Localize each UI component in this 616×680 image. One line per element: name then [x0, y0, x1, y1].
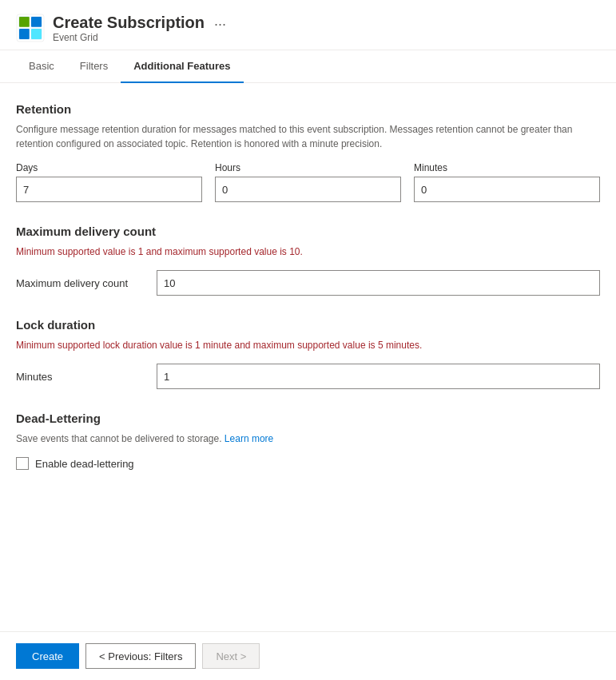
svg-rect-5 [31, 29, 42, 39]
lock-duration-section: Lock duration Minimum supported lock dur… [16, 318, 600, 389]
lock-duration-title: Lock duration [16, 318, 600, 332]
max-delivery-title: Maximum delivery count [16, 225, 600, 238]
retention-description: Configure message retention duration for… [16, 122, 591, 151]
retention-title: Retention [16, 102, 600, 116]
hours-field-group: Hours [215, 162, 401, 202]
previous-button[interactable]: < Previous: Filters [85, 643, 196, 669]
next-button: Next > [202, 643, 260, 669]
dead-lettering-description: Save events that cannot be delivered to … [16, 431, 591, 446]
minutes-field-group: Minutes [414, 162, 600, 202]
max-delivery-section: Maximum delivery count Minimum supported… [16, 225, 600, 296]
create-button[interactable]: Create [16, 643, 79, 669]
more-options-icon[interactable]: ··· [214, 16, 226, 33]
tab-additional-features[interactable]: Additional Features [121, 50, 243, 83]
days-input[interactable] [16, 177, 202, 202]
page-header: Create Subscription Event Grid ··· [0, 0, 616, 50]
max-delivery-input[interactable] [157, 270, 600, 296]
max-delivery-label: Maximum delivery count [16, 277, 144, 289]
tab-basic[interactable]: Basic [16, 50, 67, 83]
retention-section: Retention Configure message retention du… [16, 102, 600, 202]
page-subtitle: Event Grid [53, 32, 205, 43]
lock-duration-input[interactable] [157, 364, 600, 389]
tab-filters[interactable]: Filters [67, 50, 121, 83]
svg-rect-4 [19, 29, 30, 39]
tab-bar: Basic Filters Additional Features [0, 50, 616, 83]
minutes-label: Minutes [414, 162, 600, 173]
hours-input[interactable] [215, 177, 401, 202]
learn-more-link[interactable]: Learn more [225, 433, 273, 444]
main-content: Retention Configure message retention du… [0, 83, 616, 511]
enable-dead-lettering-checkbox[interactable] [16, 457, 29, 470]
dead-lettering-checkbox-row: Enable dead-lettering [16, 457, 600, 470]
hours-label: Hours [215, 162, 401, 173]
dead-lettering-title: Dead-Lettering [16, 412, 600, 425]
lock-duration-label: Minutes [16, 371, 144, 383]
max-delivery-field-row: Maximum delivery count [16, 270, 600, 296]
footer-bar: Create < Previous: Filters Next > [0, 631, 616, 680]
svg-rect-2 [19, 17, 30, 27]
svg-rect-3 [31, 17, 42, 27]
minutes-input[interactable] [414, 177, 600, 202]
enable-dead-lettering-label: Enable dead-lettering [35, 458, 134, 470]
dead-lettering-desc-text: Save events that cannot be delivered to … [16, 433, 222, 444]
lock-duration-field-row: Minutes [16, 364, 600, 389]
max-delivery-warning: Minimum supported value is 1 and maximum… [16, 245, 600, 259]
days-field-group: Days [16, 162, 202, 202]
days-label: Days [16, 162, 202, 173]
event-grid-icon [16, 14, 45, 42]
lock-duration-warning: Minimum supported lock duration value is… [16, 338, 600, 352]
dead-lettering-section: Dead-Lettering Save events that cannot b… [16, 412, 600, 470]
header-text-group: Create Subscription Event Grid [53, 13, 205, 43]
page-title: Create Subscription [53, 13, 205, 32]
retention-fields-row: Days Hours Minutes [16, 162, 600, 202]
